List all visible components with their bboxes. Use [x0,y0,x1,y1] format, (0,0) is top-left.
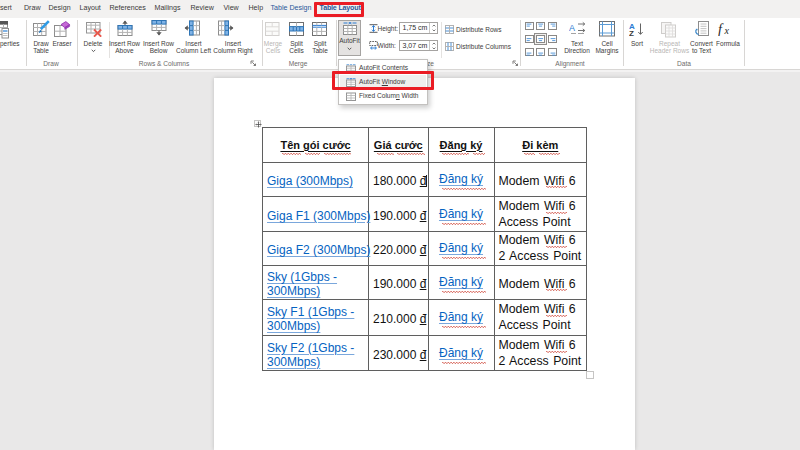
svg-text:A: A [569,23,575,33]
svg-text:x: x [723,25,729,36]
svg-text:Z: Z [629,29,634,36]
svg-text:f: f [718,22,724,37]
